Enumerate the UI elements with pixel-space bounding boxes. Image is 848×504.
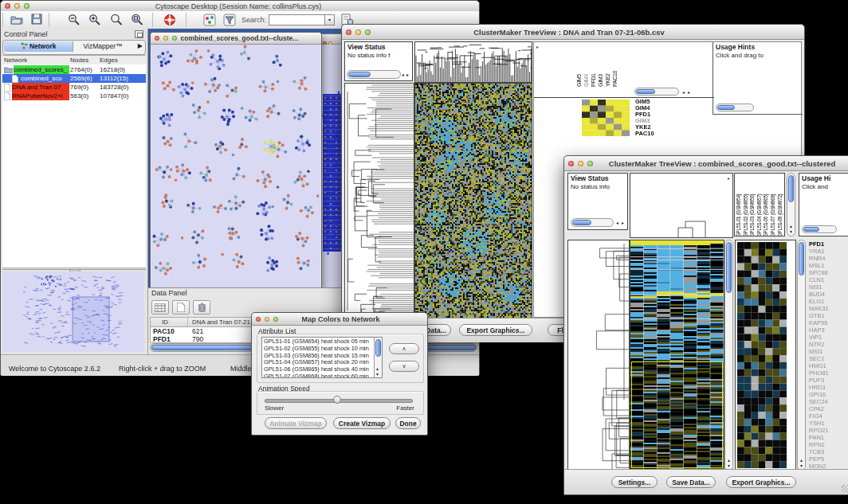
- export-graphics-button[interactable]: Export Graphics...: [726, 476, 796, 488]
- network-row[interactable]: DNA and Tran 07 769(0) 183728(0): [2, 83, 146, 92]
- tab-overflow-arrow[interactable]: ▶: [138, 42, 143, 49]
- tv1-column-dendrogram-canvas[interactable]: [414, 41, 532, 83]
- col-edges[interactable]: Edges: [100, 57, 118, 64]
- scroll-down-icon[interactable]: ▾: [728, 463, 730, 468]
- network-row[interactable]: combined_scores_ 2764(0) 16218(0): [2, 65, 146, 74]
- gene-label[interactable]: VIP1: [809, 334, 848, 341]
- tv2-zoom-vscrollbar[interactable]: ▴ ▾: [797, 240, 806, 471]
- column-label[interactable]: GIM5: [576, 44, 583, 87]
- gene-label[interactable]: ELG1: [809, 298, 848, 305]
- settings-button[interactable]: Settings...: [611, 476, 658, 488]
- gene-label[interactable]: RNR4: [809, 255, 848, 262]
- column-label[interactable]: GIM3: [598, 44, 605, 87]
- attribute-table-button[interactable]: [151, 300, 169, 315]
- column-label[interactable]: GIM4: [583, 44, 591, 87]
- column-label[interactable]: GPL51-08 (GSM872): [777, 174, 784, 236]
- move-down-button[interactable]: ∨: [389, 361, 419, 372]
- network-row[interactable]: combined_sco 2569(6) 13112(15): [2, 74, 146, 83]
- gene-label[interactable]: MAK31: [809, 305, 848, 312]
- tv1-status-scrollbar[interactable]: [347, 70, 401, 79]
- gene-label[interactable]: SPC98: [809, 269, 848, 276]
- col-network[interactable]: Network: [4, 57, 27, 64]
- scroll-right-icon[interactable]: ▸: [406, 72, 409, 77]
- gene-label[interactable]: HAP3: [809, 326, 848, 334]
- gene-label[interactable]: YSH1: [809, 420, 848, 427]
- minimize-icon[interactable]: [265, 317, 269, 322]
- gene-label[interactable]: HRD3: [809, 384, 848, 391]
- tv2-heatmap-canvas[interactable]: [630, 240, 724, 471]
- column-label[interactable]: GPL51-01 (GSM854): [736, 174, 743, 236]
- minimize-icon[interactable]: [163, 36, 168, 41]
- network-view-title-bar[interactable]: combined_scores_good.txt--cluste...: [151, 33, 321, 45]
- gene-label[interactable]: PUF3: [809, 377, 848, 384]
- gene-label[interactable]: MSL1: [809, 262, 848, 269]
- tv1-column-labels[interactable]: GIM5GIM4PFD1GIM3YKE2PAC10: [576, 44, 619, 88]
- minimize-icon[interactable]: [14, 3, 20, 9]
- attribute-listbox[interactable]: GPL51-01 (GSM854) heat shock 05 minGPL51…: [261, 337, 383, 378]
- close-icon[interactable]: [568, 161, 574, 166]
- zoom-selected-icon[interactable]: [110, 14, 123, 26]
- tv2-zoom-heatmap-canvas[interactable]: [737, 242, 787, 468]
- gene-label[interactable]: HMG1: [809, 362, 848, 369]
- tv1-heatmap-canvas[interactable]: [414, 83, 532, 319]
- expander-icon[interactable]: ▸: [536, 45, 539, 49]
- tv2-collabel-vscrollbar[interactable]: ▴ ▾: [787, 173, 795, 236]
- open-file-icon[interactable]: [10, 14, 23, 25]
- tab-network[interactable]: Network: [4, 41, 73, 52]
- tv2-column-labels[interactable]: GPL51-01 (GSM854)GPL51-02 (GSM855)GPL51-…: [734, 173, 785, 236]
- filter-funnel-icon[interactable]: [223, 14, 236, 26]
- scroll-down-icon[interactable]: ▾: [800, 463, 803, 468]
- scroll-left-icon[interactable]: ◂: [682, 90, 685, 95]
- network-row[interactable]: RNAPuberNov2+l 563(0) 107847(0): [2, 92, 146, 100]
- save-data-button[interactable]: Save Data...: [666, 476, 716, 488]
- treeview1-title-bar[interactable]: ClusterMaker TreeView : DNA and Tran 07-…: [342, 25, 804, 40]
- dialog-title-bar[interactable]: Map Colors to Network: [252, 313, 427, 326]
- scroll-down-icon[interactable]: ▾: [790, 229, 792, 234]
- gene-label[interactable]: FIG4: [809, 412, 848, 420]
- gene-label[interactable]: GTB1: [809, 312, 848, 319]
- tv2-column-dendrogram-canvas[interactable]: [630, 173, 733, 238]
- column-label[interactable]: PAC10: [612, 44, 619, 87]
- gene-label[interactable]: RPO21: [809, 427, 848, 434]
- scroll-up-icon[interactable]: ▴: [376, 366, 379, 371]
- search-input[interactable]: [269, 14, 326, 25]
- column-label[interactable]: PFD1: [591, 44, 598, 87]
- column-label[interactable]: GPL51-06 (GSM865): [763, 174, 770, 236]
- table-col-attr[interactable]: DNA and Tran 07-21-06: [192, 318, 260, 326]
- zoom-in-icon[interactable]: [88, 14, 101, 26]
- scroll-left-icon[interactable]: ◂: [616, 221, 618, 225]
- main-title-bar[interactable]: Cytoscape Desktop (Session Name: collins…: [1, 1, 479, 12]
- expander-icon[interactable]: ▸: [728, 176, 730, 181]
- row-label[interactable]: PAC10: [635, 131, 654, 137]
- gene-label[interactable]: PHO81: [809, 369, 848, 377]
- animate-vizmap-button[interactable]: Animate Vizmap: [265, 417, 327, 429]
- scroll-right-icon[interactable]: ▸: [688, 90, 690, 95]
- minimize-icon[interactable]: [355, 29, 361, 35]
- delete-attribute-button[interactable]: [193, 300, 210, 315]
- tv1-usage-scrollbar[interactable]: [716, 104, 754, 111]
- close-icon[interactable]: [5, 3, 10, 9]
- table-col-id[interactable]: ID: [162, 318, 168, 326]
- resize-grip[interactable]: [842, 485, 848, 493]
- gene-label[interactable]: CLN1: [809, 276, 848, 283]
- gene-label[interactable]: RPN1: [809, 441, 848, 448]
- close-icon[interactable]: [256, 317, 261, 322]
- save-icon[interactable]: [31, 14, 42, 25]
- column-label[interactable]: GPL51-02 (GSM855): [743, 174, 750, 236]
- export-graphics-button[interactable]: Export Graphics...: [459, 324, 532, 336]
- tv1-row-labels[interactable]: GIM5GIM4PFD1GIM3YKE2PAC10: [635, 99, 654, 137]
- zoom-out-icon[interactable]: [68, 14, 80, 26]
- gene-label[interactable]: BUD4: [809, 291, 848, 298]
- column-label[interactable]: GPL51-03 (GSM856): [749, 174, 756, 236]
- scroll-right-icon[interactable]: ▸: [622, 221, 624, 225]
- column-label[interactable]: YKE2: [605, 44, 612, 87]
- tv2-row-dendrogram-canvas[interactable]: [567, 240, 630, 471]
- col-nodes[interactable]: Nodes: [70, 57, 88, 64]
- tv1-label-hscrollbar[interactable]: [634, 88, 679, 96]
- tv2-status-scrollbar[interactable]: [571, 218, 614, 227]
- zoom-window-icon[interactable]: [365, 29, 371, 35]
- float-panel-icon[interactable]: [135, 30, 143, 38]
- tab-vizmapper[interactable]: VizMapper™: [73, 41, 132, 52]
- gene-label[interactable]: CPA2: [809, 405, 848, 412]
- minimize-icon[interactable]: [578, 161, 583, 166]
